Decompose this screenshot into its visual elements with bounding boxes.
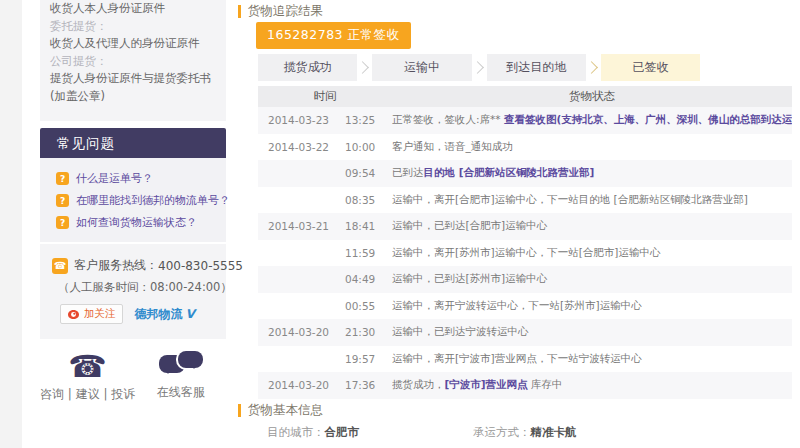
progress-steps: 揽货成功运输中到达目的地已签收 bbox=[258, 54, 700, 81]
question-icon: ? bbox=[56, 172, 69, 185]
status-text: 库存中 bbox=[528, 378, 563, 390]
row-date: 2014-03-20 bbox=[258, 326, 345, 338]
step-chevron-icon bbox=[357, 54, 372, 81]
customer-service-box: ☎ 客户服务热线：400-830-5555 （人工服务时间：08:00-24:0… bbox=[40, 244, 226, 339]
destination-city: 目的城市：合肥市 bbox=[267, 425, 359, 440]
contact-feedback-label: 咨询 | 建议 | 投诉 bbox=[40, 386, 135, 403]
faq-item-2[interactable]: ?如何查询货物运输状态？ bbox=[40, 212, 226, 234]
faq-box: 常见问题 ?什么是运单号？?在哪里能找到德邦的物流单号？?如何查询货物运输状态？ bbox=[40, 128, 226, 242]
weibo-eye-icon bbox=[67, 309, 80, 320]
weibo-follow-button[interactable]: 加关注 bbox=[60, 304, 123, 324]
faq-item-label: 在哪里能找到德邦的物流单号？ bbox=[76, 193, 230, 208]
row-date: 2014-03-22 bbox=[258, 141, 345, 153]
row-time: 08:35 bbox=[345, 194, 392, 206]
doc-line: 收货人本人身份证原件 bbox=[50, 0, 216, 18]
progress-step-2: 到达目的地 bbox=[487, 54, 586, 81]
question-icon: ? bbox=[56, 216, 69, 229]
faq-item-label: 什么是运单号？ bbox=[76, 171, 153, 186]
faq-item-label: 如何查询货物运输状态？ bbox=[76, 215, 197, 230]
col-header-status: 货物状态 bbox=[392, 86, 792, 107]
row-status: 已到达目的地 [合肥新站区铜陵北路营业部] bbox=[392, 166, 792, 180]
doc-label: 公司提货： bbox=[50, 53, 216, 71]
carrier-mode: 承运方式：精准卡航 bbox=[473, 425, 577, 440]
pickup-documents-box: 收货人本人身份证原件 委托提货： 收货人及代理人的身份证原件 公司提货： 提货人… bbox=[40, 0, 226, 121]
row-status: 运输中，离开[合肥市]运输中心，下一站目的地 [合肥新站区铜陵北路营业部] bbox=[392, 193, 792, 207]
waybill-status-badge: 165282783 正常签收 bbox=[256, 22, 411, 49]
row-time: 13:25 bbox=[345, 114, 392, 126]
row-date: 2014-03-23 bbox=[258, 114, 345, 126]
online-service[interactable]: 在线客服 bbox=[135, 350, 226, 403]
row-time: 00:55 bbox=[345, 300, 392, 312]
weibo-verified-icon: V bbox=[186, 307, 195, 321]
status-text: 运输中，离开宁波转运中心，下一站[苏州市]运输中心 bbox=[392, 299, 642, 311]
table-row: 11:59运输中，离开[苏州市]运输中心，下一站[合肥市]运输中心 bbox=[258, 240, 792, 267]
tracking-panel: 货物追踪结果 165282783 正常签收 揽货成功运输中到达目的地已签收 时间… bbox=[238, 0, 800, 448]
table-row: 04:49运输中，已到达[苏州市]运输中心 bbox=[258, 266, 792, 293]
tracking-results-title: 货物追踪结果 bbox=[238, 3, 800, 20]
status-link[interactable]: [宁波市]营业网点 bbox=[445, 378, 528, 390]
table-row: 2014-03-2118:41运输中，已到达[合肥市]运输中心 bbox=[258, 213, 792, 240]
row-time: 18:41 bbox=[345, 220, 392, 232]
status-text: 运输中，离开[宁波市]营业网点，下一站宁波转运中心 bbox=[392, 352, 642, 364]
row-time: 17:36 bbox=[345, 379, 392, 391]
contact-row: ☎ 咨询 | 建议 | 投诉 在线客服 bbox=[40, 350, 226, 403]
row-status: 运输中，已到达[合肥市]运输中心 bbox=[392, 219, 792, 233]
row-time: 11:59 bbox=[345, 247, 392, 259]
weibo-account-name: 德邦物流 bbox=[135, 306, 183, 323]
doc-label: 委托提货： bbox=[50, 18, 216, 36]
progress-step-3: 已签收 bbox=[601, 54, 700, 81]
faq-item-0[interactable]: ?什么是运单号？ bbox=[40, 168, 226, 190]
table-row: 08:35运输中，离开[合肥市]运输中心，下一站目的地 [合肥新站区铜陵北路营业… bbox=[258, 187, 792, 214]
weibo-account-link[interactable]: 德邦物流 V bbox=[135, 306, 195, 323]
status-text: 运输中，已到达[合肥市]运输中心 bbox=[392, 219, 547, 231]
row-time: 04:49 bbox=[345, 273, 392, 285]
row-status: 正常签收，签收人:席** 查看签收图(支持北京、上海、广州、深圳、佛山的总部到达… bbox=[392, 113, 792, 127]
status-link[interactable]: 目的地 [合肥新站区铜陵北路营业部] bbox=[424, 166, 595, 178]
service-hours: （人工服务时间：08:00-24:00） bbox=[40, 280, 226, 295]
table-row: 2014-03-2210:00客户通知，语音_通知成功 bbox=[258, 134, 792, 161]
status-text: 已到达 bbox=[392, 166, 424, 178]
status-text: 揽货成功， bbox=[392, 378, 445, 390]
phone-icon: ☎ bbox=[52, 258, 68, 274]
faq-item-1[interactable]: ?在哪里能找到德邦的物流单号？ bbox=[40, 190, 226, 212]
row-status: 运输中，离开[宁波市]营业网点，下一站宁波转运中心 bbox=[392, 352, 792, 366]
table-row: 2014-03-2313:25正常签收，签收人:席** 查看签收图(支持北京、上… bbox=[258, 107, 792, 134]
hotline-number: 400-830-5555 bbox=[158, 259, 243, 273]
progress-step-0: 揽货成功 bbox=[258, 54, 357, 81]
status-text: 运输中，离开[合肥市]运输中心，下一站目的地 [合肥新站区铜陵北路营业部] bbox=[392, 193, 748, 205]
table-row: 2014-03-2017:36揽货成功，[宁波市]营业网点 库存中 bbox=[258, 372, 792, 399]
page-left-gutter bbox=[0, 0, 22, 448]
row-status: 运输中，离开[苏州市]运输中心，下一站[合肥市]运输中心 bbox=[392, 246, 792, 260]
status-text: 客户通知，语音_通知成功 bbox=[392, 140, 513, 152]
row-time: 10:00 bbox=[345, 141, 392, 153]
status-text: 正常签收，签收人:席** bbox=[392, 113, 504, 125]
status-link[interactable]: 查看签收图(支持北京、上海、广州、深圳、佛山的总部到达运单查询) bbox=[504, 113, 792, 125]
step-chevron-icon bbox=[586, 54, 601, 81]
row-time: 21:30 bbox=[345, 326, 392, 338]
row-status: 运输中，已到达宁波转运中心 bbox=[392, 325, 792, 339]
faq-list: ?什么是运单号？?在哪里能找到德邦的物流单号？?如何查询货物运输状态？ bbox=[40, 158, 226, 242]
table-row: 09:54已到达目的地 [合肥新站区铜陵北路营业部] bbox=[258, 160, 792, 187]
row-status: 揽货成功，[宁波市]营业网点 库存中 bbox=[392, 378, 792, 392]
row-time: 19:57 bbox=[345, 353, 392, 365]
chat-bubbles-icon bbox=[157, 350, 205, 381]
contact-feedback[interactable]: ☎ 咨询 | 建议 | 投诉 bbox=[40, 350, 135, 403]
sidebar: 收货人本人身份证原件 委托提货： 收货人及代理人的身份证原件 公司提货： 提货人… bbox=[40, 0, 226, 448]
table-row: 19:57运输中，离开[宁波市]营业网点，下一站宁波转运中心 bbox=[258, 346, 792, 373]
basic-info-title: 货物基本信息 bbox=[238, 402, 323, 419]
row-status: 运输中，离开宁波转运中心，下一站[苏州市]运输中心 bbox=[392, 299, 792, 313]
step-chevron-icon bbox=[472, 54, 487, 81]
table-header: 时间 货物状态 bbox=[258, 86, 792, 107]
question-icon: ? bbox=[56, 194, 69, 207]
status-text: 运输中，已到达宁波转运中心 bbox=[392, 325, 529, 337]
row-date: 2014-03-21 bbox=[258, 220, 345, 232]
table-row: 2014-03-2021:30运输中，已到达宁波转运中心 bbox=[258, 319, 792, 346]
orange-bar-icon bbox=[238, 404, 241, 417]
progress-step-1: 运输中 bbox=[372, 54, 471, 81]
status-text: 运输中，已到达[苏州市]运输中心 bbox=[392, 272, 547, 284]
tracking-results-title-text: 货物追踪结果 bbox=[248, 3, 323, 20]
telephone-icon: ☎ bbox=[40, 350, 135, 383]
doc-line: 收货人及代理人的身份证原件 bbox=[50, 35, 216, 53]
orange-bar-icon bbox=[238, 5, 241, 18]
row-status: 客户通知，语音_通知成功 bbox=[392, 140, 792, 154]
